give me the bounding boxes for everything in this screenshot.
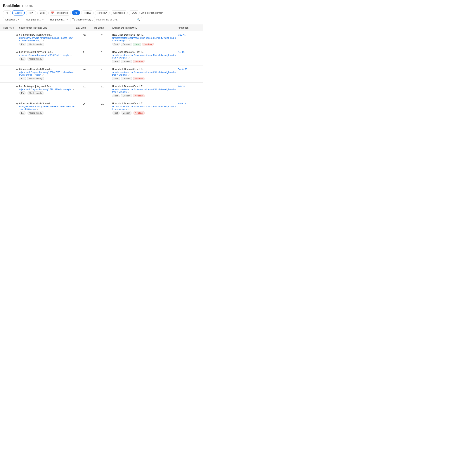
cell-ext-links: 71 <box>76 85 93 88</box>
filter-row-2: Link plac... ▼ Ref. page pl... ▼ Ref. pa… <box>0 17 203 25</box>
cell-page-as: 0 <box>3 33 18 36</box>
backlinks-table: Page AS ⇅ Source page Title and URL Ext.… <box>0 25 203 117</box>
th-page-as[interactable]: Page AS ⇅ <box>3 26 18 29</box>
badge-nofollow: Nofollow <box>133 94 145 97</box>
filter-lost-btn[interactable]: Lost <box>37 10 47 15</box>
external-link-icon: ↗ <box>37 108 38 110</box>
cell-first-seen: Dec 8, 20 <box>178 68 200 71</box>
filter-ugc-btn[interactable]: UGC <box>129 10 140 15</box>
anchor-url[interactable]: smarthomestarter.com/how-much-does-a-65-… <box>112 105 176 110</box>
cell-anchor: How Much Does a 65-Inch T... smarthomest… <box>112 51 176 63</box>
badge-text: Text <box>112 42 120 46</box>
mobile-friendly-checkbox[interactable] <box>72 18 75 21</box>
time-period-btn[interactable]: 📅 Time period <box>48 10 71 16</box>
badge-content: Content <box>121 94 132 97</box>
source-url[interactable]: bye.fyi/keyword-ranking/1608616/65+inche… <box>19 105 75 110</box>
ref-page-lang-dropdown[interactable]: Ref. page la... ▼ <box>48 17 70 22</box>
mobile-friendly-label: Mobile friendly... <box>76 18 93 21</box>
source-title: 65 Inches How Much Should ... <box>19 33 75 36</box>
links-per-label: Links per ref. domain <box>141 11 163 14</box>
anchor-url[interactable]: smarthomestarter.com/how-much-does-a-65-… <box>112 88 176 93</box>
filter-all-btn[interactable]: All <box>3 10 11 15</box>
external-link-icon: ↗ <box>42 40 44 42</box>
cell-int-links: 31 <box>94 33 111 36</box>
filter-sponsored-btn[interactable]: Sponsored <box>111 10 128 15</box>
anchor-badges: Text Content Nofollow <box>112 94 176 97</box>
filter-new-btn[interactable]: New <box>26 10 36 15</box>
cell-source: 65 Inches How Much Should ... drjack.wor… <box>19 68 75 80</box>
cell-int-links: 31 <box>94 102 111 105</box>
source-url[interactable]: quero.party/keyword-ranking/1608615/65+i… <box>19 37 75 42</box>
anchor-url[interactable]: smarthomestarter.com/how-much-does-a-65-… <box>112 37 176 42</box>
source-url[interactable]: evna.care/keyword-ranking/1596140/led+tv… <box>19 54 75 56</box>
filter-row-1: All Active New Lost 📅 Time period All Fo… <box>0 10 203 17</box>
external-link-icon: ↗ <box>42 74 44 76</box>
external-link-icon: ↗ <box>128 108 130 110</box>
ref-page-place-label: Ref. page pl... <box>26 18 41 21</box>
table-row: 0 65 Inches How Much Should ... bye.fyi/… <box>0 100 203 117</box>
ref-page-place-dropdown[interactable]: Ref. page pl... ▼ <box>24 17 46 22</box>
tag-mobile-friendly: Mobile friendly <box>27 42 44 46</box>
tag-mobile-friendly: Mobile friendly <box>27 57 44 60</box>
filter-active-btn[interactable]: Active <box>12 10 25 16</box>
filter-follow-btn[interactable]: Follow <box>81 10 94 15</box>
th-ext-links: Ext. Links <box>76 26 93 29</box>
th-anchor: Anchor and Target URL <box>112 26 176 29</box>
external-link-icon: ↗ <box>128 40 130 42</box>
cell-anchor: How Much Does a 65-Inch T... smarthomest… <box>112 33 176 46</box>
external-link-icon: ↗ <box>128 74 130 76</box>
source-tags: EN Mobile friendly <box>19 42 75 46</box>
anchor-title: How Much Does a 65-Inch T... <box>112 85 176 88</box>
anchor-title: How Much Does a 65-Inch T... <box>112 51 176 53</box>
badge-content: Content <box>121 42 132 46</box>
chevron-down-icon: ▼ <box>42 19 44 21</box>
title-url-search[interactable]: 🔍 <box>94 17 142 22</box>
cell-page-as: 0 <box>3 51 18 54</box>
filter-nofollow-btn[interactable]: Nofollow <box>95 10 110 15</box>
mobile-friendly-filter[interactable]: Mobile friendly... <box>72 18 93 21</box>
calendar-icon: 📅 <box>51 11 54 14</box>
cell-ext-links: 96 <box>76 33 93 36</box>
tag-en: EN <box>19 42 26 46</box>
cell-page-as: 0 <box>3 85 18 88</box>
search-input[interactable] <box>96 18 136 21</box>
source-tags: EN Mobile friendly <box>19 77 75 80</box>
cell-anchor: How Much Does a 65-Inch T... smarthomest… <box>112 102 176 115</box>
link-placement-dropdown[interactable]: Link plac... ▼ <box>3 17 22 22</box>
source-title: 65 Inches How Much Should ... <box>19 102 75 105</box>
cell-anchor: How Much Does a 65-Inch T... smarthomest… <box>112 68 176 80</box>
cell-source: Led Tv Weight | Keyword Ran... evna.care… <box>19 51 75 60</box>
cell-page-as: 0 <box>3 102 18 105</box>
anchor-title: How Much Does a 65-Inch T... <box>112 68 176 70</box>
source-title: 65 Inches How Much Should ... <box>19 68 75 70</box>
cell-first-seen: Feb 18, <box>178 85 200 88</box>
badge-nofollow: Nofollow <box>142 42 154 46</box>
source-tags: EN Mobile friendly <box>19 57 75 60</box>
badge-nofollow: Nofollow <box>133 60 145 63</box>
cell-first-seen: Oct 16, <box>178 51 200 53</box>
tag-mobile-friendly: Mobile friendly <box>27 92 44 95</box>
cell-ext-links: 71 <box>76 51 93 54</box>
table-row: 0 Led Tv Weight | Keyword Ran... drjack.… <box>0 83 203 100</box>
page-header: Backlinks 1 - 15 (15) <box>0 0 203 10</box>
table-row: 0 65 Inches How Much Should ... quero.pa… <box>0 31 203 48</box>
badge-text: Text <box>112 111 120 115</box>
badge-content: Content <box>121 77 132 80</box>
source-url[interactable]: drjack.world/keyword-ranking/1608616/65+… <box>19 71 75 76</box>
cell-anchor: How Much Does a 65-Inch T... smarthomest… <box>112 85 176 97</box>
source-url[interactable]: drjack.world/keyword-ranking/1596139/led… <box>19 88 75 91</box>
anchor-url[interactable]: smarthomestarter.com/how-much-does-a-65-… <box>112 54 176 59</box>
tag-mobile-friendly: Mobile friendly <box>27 111 44 115</box>
cell-int-links: 31 <box>94 68 111 71</box>
tag-en: EN <box>19 57 26 60</box>
cell-page-as: 0 <box>3 68 18 71</box>
anchor-url[interactable]: smarthomestarter.com/how-much-does-a-65-… <box>112 71 176 76</box>
badge-text: Text <box>112 94 120 97</box>
filter-all-type-btn[interactable]: All <box>72 10 80 15</box>
badge-content: Content <box>121 111 132 115</box>
source-tags: EN Mobile friendly <box>19 92 75 95</box>
page-title: Backlinks <box>3 4 20 8</box>
external-link-icon: ↗ <box>128 91 130 93</box>
chevron-down-icon: ▼ <box>66 19 68 21</box>
cell-int-links: 31 <box>94 85 111 88</box>
